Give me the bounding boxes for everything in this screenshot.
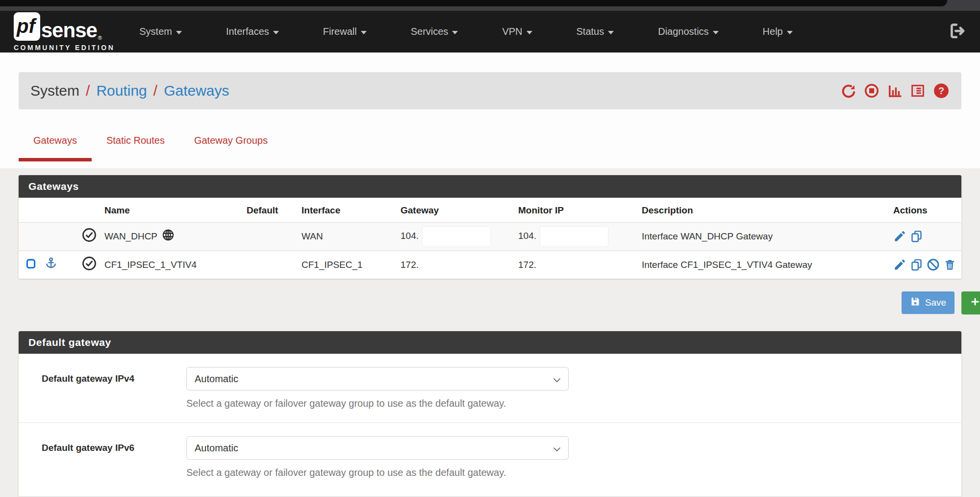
pf-logo-box: pf (14, 12, 40, 41)
col-monitor-ip: Monitor IP (518, 198, 642, 223)
add-button[interactable]: Add (961, 291, 980, 314)
col-description: Description (642, 198, 893, 223)
gateway-address: 172. (401, 251, 518, 279)
caret-down-icon (176, 31, 182, 34)
breadcrumb-actions: ? (841, 82, 950, 99)
tab-gateway-groups[interactable]: Gateway Groups (179, 129, 282, 161)
nav-item-help[interactable]: Help (763, 26, 793, 37)
default-gateway-ipv4-select[interactable]: Automatic (186, 367, 569, 391)
breadcrumb: System / Routing / Gateways (19, 72, 961, 109)
gateway-name: WAN_DHCP (104, 231, 157, 242)
registered-mark: ® (98, 35, 102, 41)
col-default: Default (247, 198, 302, 223)
breadcrumb-separator: / (86, 82, 90, 99)
delete-icon[interactable] (943, 258, 956, 271)
chart-icon[interactable] (887, 83, 903, 99)
pfsense-logo[interactable]: pf sense ® COMMUNITY EDITION (14, 12, 115, 52)
nav-item-interfaces[interactable]: Interfaces (226, 26, 279, 37)
gateway-interface: WAN (302, 223, 401, 251)
check-circle-icon (82, 228, 97, 245)
caret-down-icon (608, 31, 614, 34)
gateway-interface: CF1_IPSEC_1 (302, 251, 401, 279)
breadcrumb-link-routing[interactable]: Routing (96, 82, 147, 99)
default-gateway-panel: Default gateway Default gateway IPv4 Aut… (19, 331, 961, 497)
col-actions: Actions (893, 198, 961, 223)
gateways-panel-header: Gateways (19, 175, 961, 198)
breadcrumb-root: System (30, 82, 79, 99)
gateway-name: CF1_IPSEC_1_VTIV4 (104, 260, 197, 270)
sense-logo-text: sense (41, 20, 97, 41)
check-circle-icon (82, 256, 97, 273)
svg-text:?: ? (938, 85, 944, 96)
breadcrumb-separator: / (153, 82, 157, 99)
default-gateway-panel-header: Default gateway (19, 331, 961, 354)
gateway-description: Interface CF1_IPSEC_1_VTIV4 Gateway (642, 251, 893, 279)
page-header-zone: System / Routing / Gateways (0, 52, 980, 168)
refresh-icon[interactable] (841, 83, 856, 99)
default-gateway-ipv4-label: Default gateway IPv4 (42, 367, 186, 409)
gateways-panel: Gateways Name Default Interface Gateway … (19, 175, 961, 279)
default-gateway-ipv4-help: Select a gateway or failover gateway gro… (186, 398, 569, 409)
save-button[interactable]: Save (902, 291, 955, 314)
gateway-address: 104. (401, 231, 419, 241)
tab-gateways[interactable]: Gateways (19, 129, 92, 161)
gateway-default (247, 223, 302, 251)
button-row: Save Add (0, 291, 980, 314)
edit-icon[interactable] (893, 230, 906, 243)
copy-icon[interactable] (910, 258, 923, 271)
redaction-box (423, 227, 490, 246)
nav-item-diagnostics[interactable]: Diagnostics (658, 26, 718, 37)
sign-out-icon[interactable] (949, 22, 967, 42)
gateway-default (247, 251, 302, 279)
tab-static-routes[interactable]: Static Routes (92, 129, 179, 161)
disable-icon[interactable] (927, 258, 940, 271)
gateway-description: Interface WAN_DHCP Gateway (642, 223, 893, 251)
nav-item-system[interactable]: System (139, 26, 182, 37)
window-chrome-dark (0, 0, 947, 6)
monitor-ip: 104. (518, 231, 536, 241)
stop-icon[interactable] (864, 83, 879, 99)
routing-tabs: Gateways Static Routes Gateway Groups (19, 129, 961, 161)
edit-icon[interactable] (893, 258, 906, 271)
top-navbar: pf sense ® COMMUNITY EDITION System Inte… (0, 11, 980, 52)
form-row-ipv6: Default gateway IPv6 Automatic Select a … (19, 423, 961, 492)
log-icon[interactable] (910, 83, 926, 99)
copy-icon[interactable] (910, 230, 923, 243)
nav-item-firewall[interactable]: Firewall (323, 26, 367, 37)
default-gateway-ipv6-select[interactable]: Automatic (186, 436, 569, 460)
default-gateway-ipv6-label: Default gateway IPv6 (42, 436, 186, 478)
window-chrome (0, 0, 980, 11)
redaction-box (540, 227, 608, 246)
caret-down-icon (273, 31, 279, 34)
gateways-panel-title: Gateways (28, 181, 79, 192)
col-gateway: Gateway (401, 198, 518, 223)
nav-item-status[interactable]: Status (577, 26, 614, 37)
plus-icon (970, 296, 980, 310)
monitor-ip: 172. (518, 251, 642, 279)
table-row: WAN_DHCP WAN 104. 104. Interface WAN_DHC… (19, 223, 961, 251)
table-header-row: Name Default Interface Gateway Monitor I… (19, 198, 961, 223)
square-icon[interactable] (25, 258, 36, 272)
anchor-icon[interactable] (44, 257, 58, 273)
form-row-ipv4: Default gateway IPv4 Automatic Select a … (19, 354, 961, 423)
col-interface: Interface (302, 198, 401, 223)
nav-item-services[interactable]: Services (411, 26, 458, 37)
caret-down-icon (452, 31, 458, 34)
help-icon[interactable]: ? (933, 82, 950, 99)
caret-down-icon (527, 31, 532, 34)
community-edition-tagline: COMMUNITY EDITION (14, 44, 115, 52)
nav-menu: System Interfaces Firewall Services VPN … (139, 26, 792, 37)
table-row: CF1_IPSEC_1_VTIV4 CF1_IPSEC_1 172. 172. … (19, 251, 961, 279)
default-gateway-panel-title: Default gateway (28, 337, 111, 348)
default-gateway-ipv6-help: Select a gateway or failover gateway gro… (186, 467, 569, 478)
save-icon (910, 296, 920, 309)
gateways-table: Name Default Interface Gateway Monitor I… (19, 198, 961, 279)
nav-item-vpn[interactable]: VPN (502, 26, 532, 37)
caret-down-icon (787, 31, 793, 34)
caret-down-icon (361, 31, 367, 34)
globe-icon (162, 229, 175, 244)
caret-down-icon (713, 31, 719, 34)
col-name: Name (104, 198, 247, 223)
breadcrumb-link-gateways[interactable]: Gateways (164, 82, 229, 99)
